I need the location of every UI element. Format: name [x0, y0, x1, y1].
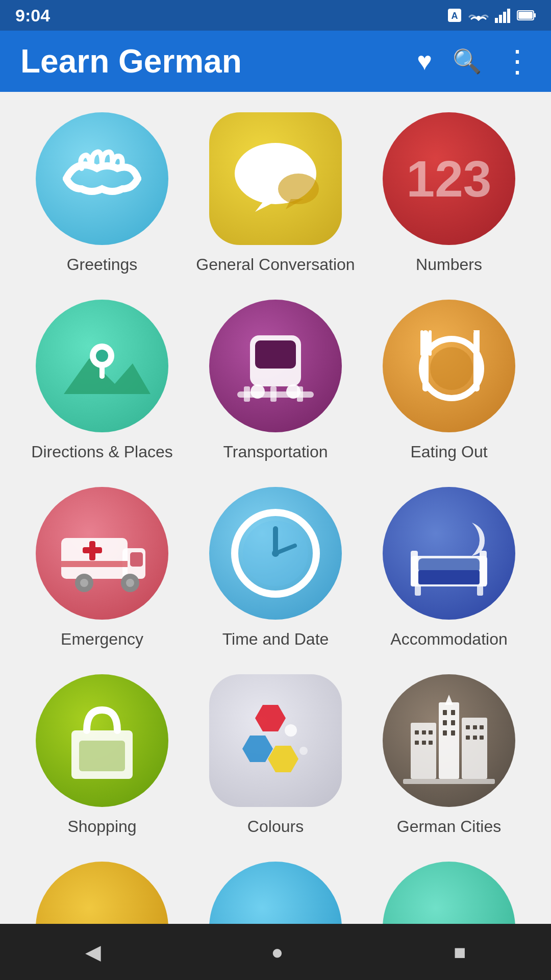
app-title: Learn German [20, 42, 417, 80]
category-item-german-cities[interactable]: German Cities [367, 674, 531, 836]
svg-rect-48 [411, 551, 418, 586]
svg-rect-70 [451, 730, 455, 736]
partial-item-3 [367, 862, 531, 924]
city-icon [398, 692, 500, 789]
german-cities-icon-circle [383, 674, 515, 807]
svg-text:123: 123 [407, 150, 492, 207]
svg-rect-55 [79, 741, 125, 771]
greetings-icon-circle [36, 112, 168, 245]
colours-label: Colours [247, 817, 304, 836]
svg-rect-53 [477, 585, 483, 596]
shopping-bag-icon [56, 695, 148, 787]
svg-marker-57 [242, 736, 273, 762]
svg-rect-66 [451, 710, 455, 715]
svg-rect-79 [480, 725, 484, 729]
partial-circle-2 [209, 862, 342, 924]
category-item-shopping[interactable]: Shopping [20, 674, 184, 836]
back-button[interactable]: ◀ [85, 940, 101, 964]
a-icon: A [447, 8, 462, 23]
category-grid-container: Greetings General Conversation 123 [0, 92, 551, 924]
svg-rect-52 [415, 585, 421, 596]
category-item-accommodation[interactable]: Accommodation [367, 487, 531, 649]
greetings-label: Greetings [67, 255, 138, 274]
svg-rect-81 [473, 736, 477, 740]
svg-rect-3 [499, 15, 502, 23]
svg-rect-71 [415, 730, 419, 734]
bed-icon [400, 510, 497, 597]
recent-apps-button[interactable]: ■ [454, 941, 466, 964]
category-item-directions-places[interactable]: Directions & Places [20, 300, 184, 461]
more-options-icon[interactable]: ⋮ [502, 43, 531, 79]
svg-rect-37 [61, 561, 128, 567]
svg-text:A: A [452, 11, 458, 21]
svg-rect-51 [418, 570, 480, 584]
svg-point-41 [126, 579, 134, 587]
svg-rect-78 [473, 725, 477, 729]
svg-rect-8 [518, 12, 533, 19]
eating-out-label: Eating Out [410, 443, 487, 461]
svg-point-24 [286, 384, 300, 399]
svg-rect-36 [89, 541, 95, 560]
partial-circle-3 [383, 862, 515, 924]
emergency-label: Emergency [61, 630, 143, 649]
partial-category-row [20, 862, 531, 924]
status-icons: A [447, 8, 536, 23]
emergency-icon-circle [36, 487, 168, 620]
svg-rect-68 [451, 720, 455, 725]
category-item-numbers[interactable]: 123 Numbers [367, 112, 531, 274]
partial-item-1 [20, 862, 184, 924]
home-button[interactable]: ● [271, 941, 283, 964]
svg-rect-73 [429, 730, 433, 734]
svg-rect-72 [422, 730, 426, 734]
category-item-general-conversation[interactable]: General Conversation [194, 112, 357, 274]
eating-out-icon-circle [383, 300, 515, 432]
svg-rect-67 [443, 720, 447, 725]
general-conversation-icon-circle [209, 112, 342, 245]
svg-point-15 [96, 350, 108, 362]
svg-rect-5 [507, 9, 510, 23]
time-date-label: Time and Date [222, 630, 329, 649]
svg-rect-76 [429, 741, 433, 745]
clock-icon [230, 507, 321, 599]
accommodation-label: Accommodation [390, 630, 507, 649]
svg-point-16 [99, 374, 105, 379]
category-item-eating-out[interactable]: Eating Out [367, 300, 531, 461]
colours-icon-circle [209, 674, 342, 807]
category-item-colours[interactable]: Colours [194, 674, 357, 836]
speech-bubble-icon [224, 133, 327, 225]
svg-rect-77 [466, 725, 470, 729]
handshake-icon [51, 138, 153, 219]
partial-circle-1 [36, 862, 168, 924]
svg-rect-82 [480, 736, 484, 740]
svg-rect-34 [130, 552, 143, 567]
svg-rect-75 [422, 741, 426, 745]
category-item-greetings[interactable]: Greetings [20, 112, 184, 274]
general-conversation-label: General Conversation [196, 255, 355, 274]
svg-rect-65 [443, 710, 447, 715]
svg-point-60 [299, 747, 308, 755]
app-header: Learn German ♥ 🔍 ⋮ [0, 31, 551, 92]
category-item-emergency[interactable]: Emergency [20, 487, 184, 649]
hexagons-icon [224, 695, 327, 787]
nav-bar: ◀ ● ■ [0, 924, 551, 980]
shopping-icon-circle [36, 674, 168, 807]
category-item-time-date[interactable]: Time and Date [194, 487, 357, 649]
svg-rect-2 [495, 18, 498, 23]
svg-marker-56 [255, 705, 286, 731]
directions-places-label: Directions & Places [31, 443, 172, 461]
svg-rect-61 [439, 702, 459, 779]
search-icon[interactable]: 🔍 [453, 47, 482, 75]
favorite-icon[interactable]: ♥ [417, 46, 432, 76]
numbers-label: Numbers [416, 255, 482, 274]
svg-point-30 [430, 347, 473, 390]
svg-rect-74 [415, 741, 419, 745]
svg-rect-49 [480, 551, 487, 586]
svg-rect-80 [466, 736, 470, 740]
time-date-icon-circle [209, 487, 342, 620]
header-actions: ♥ 🔍 ⋮ [417, 43, 531, 79]
svg-marker-58 [268, 746, 298, 772]
category-item-transportation[interactable]: Transportation [194, 300, 357, 461]
svg-point-46 [272, 550, 279, 557]
location-icon [54, 317, 151, 414]
train-icon [230, 320, 321, 412]
